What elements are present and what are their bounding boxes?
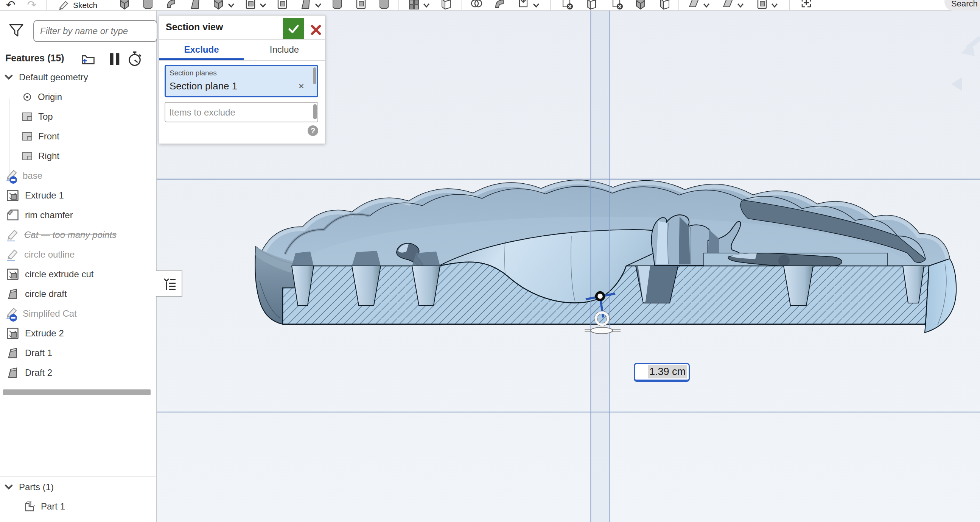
feature-row-extrude-2[interactable]: Extrude 2 (0, 324, 156, 343)
onshape-window: ↶ ↷ Sketch (0, 0, 980, 522)
filter-icon[interactable] (8, 22, 25, 39)
field-scrollbar[interactable] (313, 67, 316, 84)
toolbar-separator (678, 0, 679, 11)
field-scrollbar[interactable] (313, 104, 317, 119)
tab-include[interactable]: Include (244, 39, 325, 60)
part-icon (23, 500, 36, 513)
toolbar-separator (550, 0, 551, 11)
fillet-tool-icon[interactable] (246, 0, 255, 8)
feature-row-right-plane[interactable]: Right (0, 146, 156, 166)
feature-row-base[interactable]: base (0, 166, 156, 186)
hole-tool-icon[interactable] (333, 0, 341, 9)
tab-exclude[interactable]: Exclude (159, 39, 244, 60)
close-x-icon (310, 24, 322, 36)
pattern-tool-icon[interactable] (409, 0, 418, 9)
sketch-suppressed-icon (5, 168, 21, 184)
shell-tool-icon[interactable] (496, 0, 503, 8)
feature-tree: Default geometry Origin Top Front Right (0, 67, 156, 383)
rib-tool-icon[interactable] (357, 0, 365, 8)
sweep-tool-icon[interactable] (167, 0, 175, 8)
loft-tool-icon[interactable] (191, 0, 199, 8)
extrude-tool-icon[interactable] (120, 0, 129, 9)
delete-part-tool-icon[interactable] (563, 0, 573, 10)
point-tool-icon[interactable] (758, 0, 766, 8)
toolbar-separator (46, 0, 46, 11)
chevron-down-icon[interactable] (738, 4, 743, 7)
toolbar-separator (461, 0, 461, 11)
feature-row-draft-1[interactable]: Draft 1 (0, 343, 156, 363)
rollback-bar[interactable] (3, 390, 151, 395)
feature-list-flyout-button[interactable] (156, 270, 182, 297)
modify-fillet-tool-icon[interactable] (587, 0, 595, 9)
dimension-value: 1.39 cm (648, 365, 687, 378)
help-icon[interactable]: ? (308, 125, 318, 136)
extrude-icon (6, 327, 20, 340)
thread-tool-icon[interactable] (380, 0, 388, 9)
feature-row-default-geometry[interactable]: Default geometry (0, 67, 156, 87)
boolean-tool-icon[interactable] (471, 0, 482, 7)
chevron-down-icon[interactable] (772, 4, 777, 7)
mirror-tool-icon[interactable] (442, 0, 450, 9)
feature-row-extrude-1[interactable]: Extrude 1 (0, 186, 156, 205)
sketch-button[interactable]: Sketch (50, 0, 104, 11)
sketch-icon (6, 227, 21, 243)
chevron-down-icon[interactable] (315, 4, 321, 7)
section-offset-dimension-input[interactable]: 1.39 cm (634, 363, 690, 382)
feature-row-circle-draft[interactable]: circle draft (0, 284, 156, 304)
search-tools-input[interactable]: Search t (945, 0, 980, 11)
toolbar-icons (112, 0, 899, 11)
chevron-down-icon[interactable] (424, 4, 429, 7)
feature-row-front-plane[interactable]: Front (0, 126, 156, 146)
parts-heading-row[interactable]: Parts (1) (0, 478, 156, 496)
section-planes-value: Section plane 1 (170, 80, 237, 92)
axis-tool-icon[interactable] (724, 0, 733, 7)
part-row-part-1[interactable]: Part 1 (0, 496, 156, 516)
thicken-tool-icon[interactable] (214, 0, 223, 9)
redo-icon[interactable]: ↷ (21, 0, 42, 11)
draft-icon (6, 287, 20, 301)
sketch-label: Sketch (73, 1, 97, 11)
feature-toolbar: ↶ ↷ Sketch (0, 0, 980, 11)
chamfer-icon (6, 208, 20, 222)
chevron-down-icon[interactable] (229, 4, 234, 7)
chevron-down-icon[interactable] (4, 72, 14, 82)
revolve-tool-icon[interactable] (144, 0, 152, 9)
filter-input[interactable] (33, 20, 158, 42)
pencil-icon (57, 0, 70, 11)
accept-button[interactable] (283, 18, 304, 39)
dialog-titlebar[interactable]: Section view (159, 16, 325, 40)
chevron-down-icon[interactable] (533, 4, 539, 7)
move-face-tool-icon[interactable] (520, 0, 527, 7)
chevron-down-icon[interactable] (4, 482, 14, 492)
delete-face-tool-icon[interactable] (613, 0, 623, 10)
undo-icon[interactable]: ↶ (0, 0, 21, 11)
draft-tool-icon[interactable] (302, 0, 310, 8)
named-views-icon[interactable] (802, 0, 810, 7)
chevron-down-icon[interactable] (260, 4, 266, 7)
feature-row-circle-extrude-cut[interactable]: circle extrude cut (0, 264, 156, 284)
offset-surface-tool-icon[interactable] (661, 0, 669, 9)
plane-tool-icon[interactable] (689, 0, 698, 7)
items-to-exclude-field[interactable]: Items to exclude (165, 102, 318, 122)
checkmark-icon (287, 22, 300, 35)
dialog-tabs: Exclude Include (159, 39, 325, 61)
chevron-down-icon[interactable] (704, 4, 709, 7)
add-folder-icon[interactable] (81, 52, 96, 66)
feature-row-top-plane[interactable]: Top (0, 107, 156, 126)
cancel-button[interactable] (310, 24, 322, 36)
feature-row-cat-too-many-points[interactable]: Cat — too many points (0, 225, 156, 245)
sketch-active-underline (56, 10, 78, 11)
pause-regeneration-icon[interactable] (108, 52, 121, 66)
plane-icon (21, 111, 34, 123)
feature-row-rim-chamfer[interactable]: rim chamfer (0, 205, 156, 225)
move-face-tool-icon[interactable] (636, 0, 645, 9)
section-planes-field[interactable]: Section planes Section plane 1 × (165, 65, 318, 97)
feature-row-origin[interactable]: Origin (0, 87, 156, 107)
feature-row-circle-outline[interactable]: circle outline (0, 245, 156, 264)
sketch-icon (6, 247, 21, 262)
remove-selection-icon[interactable]: × (299, 81, 304, 91)
regeneration-time-icon[interactable] (126, 50, 143, 67)
feature-row-simplifed-cat[interactable]: Simplifed Cat (0, 304, 156, 324)
feature-row-draft-2[interactable]: Draft 2 (0, 363, 156, 383)
chamfer-tool-icon[interactable] (278, 0, 286, 8)
